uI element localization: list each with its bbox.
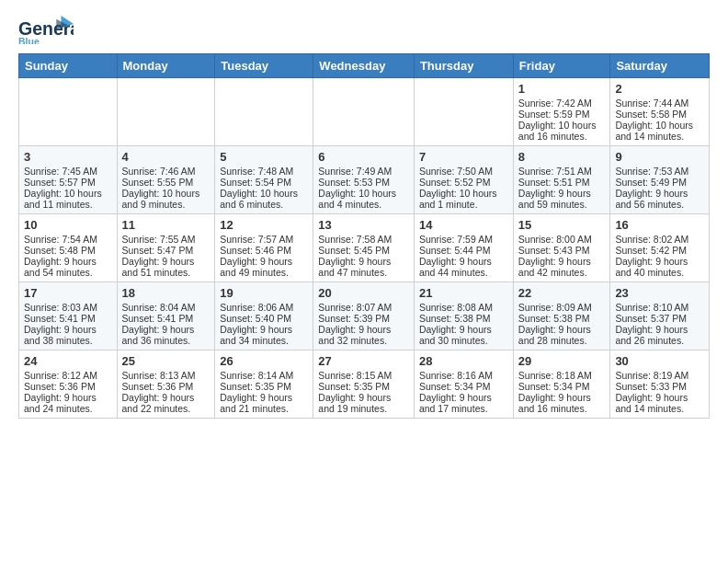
calendar-week-3: 10Sunrise: 7:54 AMSunset: 5:48 PMDayligh… bbox=[19, 214, 710, 282]
calendar-cell: 23Sunrise: 8:10 AMSunset: 5:37 PMDayligh… bbox=[610, 282, 710, 350]
day-info-line: Sunset: 5:52 PM bbox=[419, 177, 508, 188]
day-number: 8 bbox=[518, 150, 606, 164]
day-info-line: Sunrise: 7:55 AM bbox=[122, 234, 210, 245]
day-info-line: Sunrise: 8:09 AM bbox=[518, 302, 606, 313]
weekday-header-saturday: Saturday bbox=[610, 54, 710, 78]
calendar-cell: 9Sunrise: 7:53 AMSunset: 5:49 PMDaylight… bbox=[610, 146, 710, 214]
day-number: 29 bbox=[518, 354, 606, 368]
calendar-cell: 14Sunrise: 7:59 AMSunset: 5:44 PMDayligh… bbox=[414, 214, 513, 282]
day-info-line: Daylight: 9 hours and 32 minutes. bbox=[318, 324, 409, 346]
calendar-cell: 28Sunrise: 8:16 AMSunset: 5:34 PMDayligh… bbox=[414, 350, 513, 419]
calendar-cell: 15Sunrise: 8:00 AMSunset: 5:43 PMDayligh… bbox=[513, 214, 610, 282]
day-info-line: Sunset: 5:51 PM bbox=[518, 177, 606, 188]
day-info-line: Sunrise: 7:57 AM bbox=[220, 234, 308, 245]
calendar-cell: 26Sunrise: 8:14 AMSunset: 5:35 PMDayligh… bbox=[215, 350, 313, 419]
day-info-line: Sunset: 5:55 PM bbox=[122, 177, 210, 188]
day-info-line: Daylight: 9 hours and 42 minutes. bbox=[518, 256, 606, 278]
day-number: 9 bbox=[615, 150, 704, 164]
day-info-line: Sunrise: 7:49 AM bbox=[318, 166, 409, 177]
day-info-line: Sunset: 5:46 PM bbox=[220, 245, 308, 256]
calendar-cell: 8Sunrise: 7:51 AMSunset: 5:51 PMDaylight… bbox=[513, 146, 610, 214]
day-number: 17 bbox=[24, 286, 112, 300]
day-info-line: Daylight: 9 hours and 17 minutes. bbox=[419, 392, 508, 414]
day-info-line: Sunset: 5:41 PM bbox=[122, 313, 210, 324]
calendar-cell: 2Sunrise: 7:44 AMSunset: 5:58 PMDaylight… bbox=[610, 78, 710, 146]
day-info-line: Sunset: 5:45 PM bbox=[318, 245, 409, 256]
day-number: 15 bbox=[518, 218, 606, 232]
day-number: 18 bbox=[122, 286, 210, 300]
day-info-line: Sunset: 5:57 PM bbox=[24, 177, 112, 188]
calendar-cell: 22Sunrise: 8:09 AMSunset: 5:38 PMDayligh… bbox=[513, 282, 610, 350]
calendar-week-1: 1Sunrise: 7:42 AMSunset: 5:59 PMDaylight… bbox=[19, 78, 710, 146]
page: General Blue SundayMondayTuesdayWednesda… bbox=[0, 0, 728, 433]
day-info-line: Sunrise: 7:53 AM bbox=[615, 166, 704, 177]
calendar-cell bbox=[215, 78, 313, 146]
day-info-line: Sunset: 5:38 PM bbox=[518, 313, 606, 324]
calendar-cell: 19Sunrise: 8:06 AMSunset: 5:40 PMDayligh… bbox=[215, 282, 313, 350]
day-number: 6 bbox=[318, 150, 409, 164]
day-info-line: Sunset: 5:47 PM bbox=[122, 245, 210, 256]
day-info-line: Daylight: 9 hours and 36 minutes. bbox=[122, 324, 210, 346]
day-info-line: Sunrise: 7:46 AM bbox=[122, 166, 210, 177]
calendar-cell: 12Sunrise: 7:57 AMSunset: 5:46 PMDayligh… bbox=[215, 214, 313, 282]
day-info-line: Daylight: 9 hours and 30 minutes. bbox=[419, 324, 508, 346]
day-info-line: Daylight: 9 hours and 19 minutes. bbox=[318, 392, 409, 414]
day-info-line: Sunset: 5:34 PM bbox=[419, 381, 508, 392]
day-info-line: Sunset: 5:48 PM bbox=[24, 245, 112, 256]
day-number: 13 bbox=[318, 218, 409, 232]
day-info-line: Sunset: 5:34 PM bbox=[518, 381, 606, 392]
weekday-header-row: SundayMondayTuesdayWednesdayThursdayFrid… bbox=[19, 54, 710, 78]
calendar-cell: 21Sunrise: 8:08 AMSunset: 5:38 PMDayligh… bbox=[414, 282, 513, 350]
day-number: 2 bbox=[615, 82, 704, 96]
day-info-line: Daylight: 9 hours and 38 minutes. bbox=[24, 324, 112, 346]
calendar-cell: 24Sunrise: 8:12 AMSunset: 5:36 PMDayligh… bbox=[19, 350, 118, 419]
weekday-header-friday: Friday bbox=[513, 54, 610, 78]
day-info-line: Daylight: 9 hours and 28 minutes. bbox=[518, 324, 606, 346]
day-info-line: Sunset: 5:54 PM bbox=[220, 177, 308, 188]
calendar-cell: 3Sunrise: 7:45 AMSunset: 5:57 PMDaylight… bbox=[19, 146, 118, 214]
day-info-line: Daylight: 9 hours and 59 minutes. bbox=[518, 188, 606, 210]
day-info-line: Daylight: 9 hours and 44 minutes. bbox=[419, 256, 508, 278]
day-number: 16 bbox=[615, 218, 704, 232]
day-info-line: Sunset: 5:38 PM bbox=[419, 313, 508, 324]
calendar-cell: 27Sunrise: 8:15 AMSunset: 5:35 PMDayligh… bbox=[313, 350, 415, 419]
day-info-line: Sunset: 5:41 PM bbox=[24, 313, 112, 324]
day-info-line: Sunrise: 7:44 AM bbox=[615, 98, 704, 109]
weekday-header-tuesday: Tuesday bbox=[215, 54, 313, 78]
day-info-line: Sunrise: 8:13 AM bbox=[122, 370, 210, 381]
day-info-line: Daylight: 9 hours and 16 minutes. bbox=[518, 392, 606, 414]
day-info-line: Sunset: 5:35 PM bbox=[318, 381, 409, 392]
day-info-line: Daylight: 9 hours and 47 minutes. bbox=[318, 256, 409, 278]
day-info-line: Sunset: 5:40 PM bbox=[220, 313, 308, 324]
weekday-header-monday: Monday bbox=[117, 54, 215, 78]
calendar-cell bbox=[117, 78, 215, 146]
svg-text:Blue: Blue bbox=[18, 36, 40, 45]
day-info-line: Sunrise: 8:07 AM bbox=[318, 302, 409, 313]
day-number: 10 bbox=[24, 218, 112, 232]
calendar-cell bbox=[313, 78, 415, 146]
day-info-line: Daylight: 9 hours and 51 minutes. bbox=[122, 256, 210, 278]
calendar-cell: 4Sunrise: 7:46 AMSunset: 5:55 PMDaylight… bbox=[117, 146, 215, 214]
calendar-table: SundayMondayTuesdayWednesdayThursdayFrid… bbox=[18, 53, 710, 419]
day-info-line: Daylight: 9 hours and 22 minutes. bbox=[122, 392, 210, 414]
day-info-line: Daylight: 9 hours and 56 minutes. bbox=[615, 188, 704, 210]
day-info-line: Sunrise: 8:02 AM bbox=[615, 234, 704, 245]
calendar-cell: 18Sunrise: 8:04 AMSunset: 5:41 PMDayligh… bbox=[117, 282, 215, 350]
day-number: 24 bbox=[24, 354, 112, 368]
day-info-line: Sunrise: 7:48 AM bbox=[220, 166, 308, 177]
day-info-line: Sunset: 5:33 PM bbox=[615, 381, 704, 392]
day-info-line: Sunrise: 7:58 AM bbox=[318, 234, 409, 245]
day-info-line: Daylight: 10 hours and 11 minutes. bbox=[24, 188, 112, 210]
day-number: 21 bbox=[419, 286, 508, 300]
day-info-line: Sunrise: 8:16 AM bbox=[419, 370, 508, 381]
calendar-cell: 7Sunrise: 7:50 AMSunset: 5:52 PMDaylight… bbox=[414, 146, 513, 214]
calendar-cell: 20Sunrise: 8:07 AMSunset: 5:39 PMDayligh… bbox=[313, 282, 415, 350]
calendar-cell: 11Sunrise: 7:55 AMSunset: 5:47 PMDayligh… bbox=[117, 214, 215, 282]
day-info-line: Sunset: 5:49 PM bbox=[615, 177, 704, 188]
day-number: 14 bbox=[419, 218, 508, 232]
day-info-line: Daylight: 9 hours and 49 minutes. bbox=[220, 256, 308, 278]
calendar-cell: 1Sunrise: 7:42 AMSunset: 5:59 PMDaylight… bbox=[513, 78, 610, 146]
day-info-line: Sunset: 5:43 PM bbox=[518, 245, 606, 256]
day-info-line: Sunrise: 8:19 AM bbox=[615, 370, 704, 381]
day-number: 3 bbox=[24, 150, 112, 164]
